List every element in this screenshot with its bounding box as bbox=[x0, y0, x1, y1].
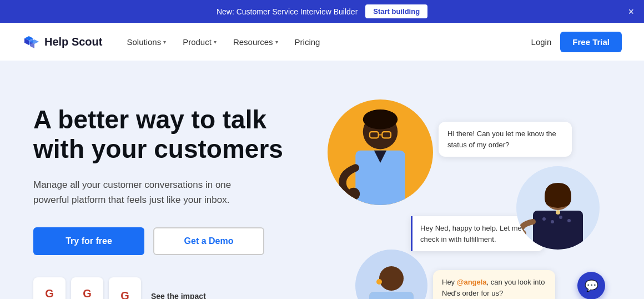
see-impact-label: See the impact bbox=[151, 292, 206, 299]
svg-point-12 bbox=[559, 216, 562, 219]
svg-point-1 bbox=[363, 109, 398, 129]
nav-item-pricing[interactable]: Pricing bbox=[288, 33, 327, 51]
free-trial-button[interactable]: Free Trial bbox=[560, 32, 622, 52]
start-building-button[interactable]: Start building bbox=[365, 4, 427, 18]
svg-point-11 bbox=[551, 220, 554, 223]
hero-section: A better way to talk with your customers… bbox=[0, 61, 644, 299]
get-demo-button[interactable]: Get a Demo bbox=[153, 227, 264, 255]
chevron-down-icon: ▾ bbox=[214, 39, 217, 45]
person2-svg bbox=[516, 166, 600, 250]
chat-bubble-1: Hi there! Can you let me know the status… bbox=[439, 122, 572, 157]
person3-circle bbox=[355, 250, 427, 299]
login-button[interactable]: Login bbox=[531, 37, 552, 47]
chat-bubble-3: Hey @angela, can you look into Ned's ord… bbox=[433, 270, 555, 299]
chat-icon: 💬 bbox=[585, 279, 598, 292]
hero-title: A better way to talk with your customers bbox=[33, 105, 300, 164]
svg-point-13 bbox=[567, 219, 571, 222]
svg-point-16 bbox=[379, 266, 404, 291]
hero-left: A better way to talk with your customers… bbox=[33, 94, 300, 299]
person2-circle bbox=[516, 166, 600, 250]
nav-right: Login Free Trial bbox=[531, 32, 622, 52]
badge-easiest: G Easiest bbox=[71, 277, 103, 299]
nav-links: Solutions ▾ Product ▾ Resources ▾ Pricin… bbox=[120, 33, 513, 51]
logo-icon bbox=[22, 34, 40, 49]
close-announcement-button[interactable]: × bbox=[628, 7, 634, 17]
svg-rect-19 bbox=[369, 292, 414, 299]
chevron-down-icon: ▾ bbox=[275, 39, 278, 45]
hero-illustration: Hi there! Can you let me know the status… bbox=[311, 94, 611, 299]
try-free-button[interactable]: Try for free bbox=[33, 227, 144, 255]
svg-point-17 bbox=[376, 279, 382, 285]
announcement-bar: New: Customer Service Interview Builder … bbox=[0, 0, 644, 23]
svg-rect-9 bbox=[533, 211, 583, 250]
announcement-text: New: Customer Service Interview Builder bbox=[217, 7, 358, 16]
person1-circle bbox=[328, 99, 433, 205]
nav-item-resources[interactable]: Resources ▾ bbox=[227, 33, 285, 51]
hero-buttons: Try for free Get a Demo bbox=[33, 227, 300, 255]
nav-item-product[interactable]: Product ▾ bbox=[176, 33, 223, 51]
badge-third: G bbox=[109, 277, 141, 299]
svg-point-10 bbox=[542, 217, 546, 221]
svg-point-7 bbox=[348, 188, 360, 200]
person1-svg bbox=[328, 99, 433, 205]
navbar: Help Scout Solutions ▾ Product ▾ Resourc… bbox=[0, 23, 644, 61]
badge-best: G Best bbox=[33, 277, 66, 299]
person3-svg bbox=[355, 250, 427, 299]
hero-subtitle: Manage all your customer conversations i… bbox=[33, 177, 255, 207]
illustration-container: Hi there! Can you let me know the status… bbox=[311, 94, 611, 299]
logo-text: Help Scout bbox=[44, 36, 102, 48]
badges-row: G Best G Easiest G See the impact bbox=[33, 277, 300, 299]
chevron-down-icon: ▾ bbox=[163, 39, 166, 45]
logo-link[interactable]: Help Scout bbox=[22, 34, 102, 49]
chat-support-button[interactable]: 💬 bbox=[577, 272, 605, 299]
svg-point-15 bbox=[556, 210, 560, 215]
nav-item-solutions[interactable]: Solutions ▾ bbox=[120, 33, 173, 51]
